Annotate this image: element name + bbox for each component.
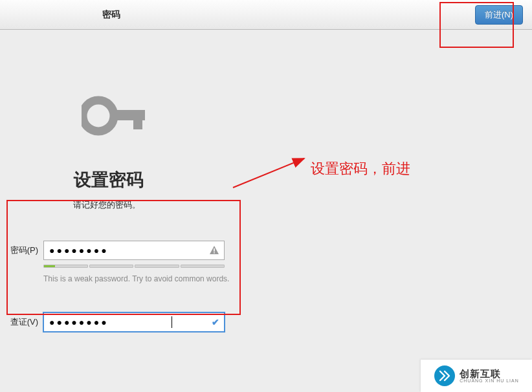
svg-point-0 xyxy=(83,100,114,131)
svg-rect-3 xyxy=(214,248,215,252)
key-icon xyxy=(82,94,146,140)
page-title: 设置密码 xyxy=(74,168,144,191)
watermark-cn: 创新互联 xyxy=(460,369,519,378)
watermark-en: CHUANG XIN HU LIAN xyxy=(460,378,519,383)
password-input[interactable] xyxy=(43,241,225,260)
password-label: 密码(P) xyxy=(2,245,38,256)
password-hint: This is a weak password. Try to avoid co… xyxy=(43,274,229,283)
password-strength-meter xyxy=(43,265,225,268)
next-button[interactable]: 前进(N) xyxy=(475,5,523,25)
watermark-logo-icon xyxy=(434,365,456,387)
verify-row: 查证(V) ✔ xyxy=(2,312,225,332)
check-icon: ✔ xyxy=(212,317,219,327)
page-subtitle: 请记好您的密码。 xyxy=(73,199,140,211)
watermark: 创新互联 CHUANG XIN HU LIAN xyxy=(421,360,532,392)
strength-seg-2 xyxy=(89,265,134,268)
annotation-text: 设置密码，前进 xyxy=(311,159,410,179)
svg-line-6 xyxy=(233,158,304,188)
password-input-wrap xyxy=(43,241,225,260)
password-row: 密码(P) xyxy=(2,241,225,260)
verify-input[interactable] xyxy=(43,312,225,332)
header-bar: 密码 前进(N) xyxy=(0,0,532,30)
content-area: 设置密码 请记好您的密码。 密码(P) This is a weak passw… xyxy=(0,30,532,62)
next-button-label: 前进(N) xyxy=(485,9,513,21)
verify-input-wrap: ✔ xyxy=(43,312,225,332)
warning-icon xyxy=(209,245,219,256)
text-cursor xyxy=(172,316,172,328)
strength-seg-1 xyxy=(43,265,88,268)
strength-seg-3 xyxy=(135,265,179,268)
svg-rect-4 xyxy=(214,252,215,254)
verify-label: 查证(V) xyxy=(2,316,38,328)
svg-rect-2 xyxy=(133,110,142,129)
strength-seg-4 xyxy=(181,265,225,268)
watermark-text: 创新互联 CHUANG XIN HU LIAN xyxy=(460,369,519,383)
header-title: 密码 xyxy=(102,9,120,21)
